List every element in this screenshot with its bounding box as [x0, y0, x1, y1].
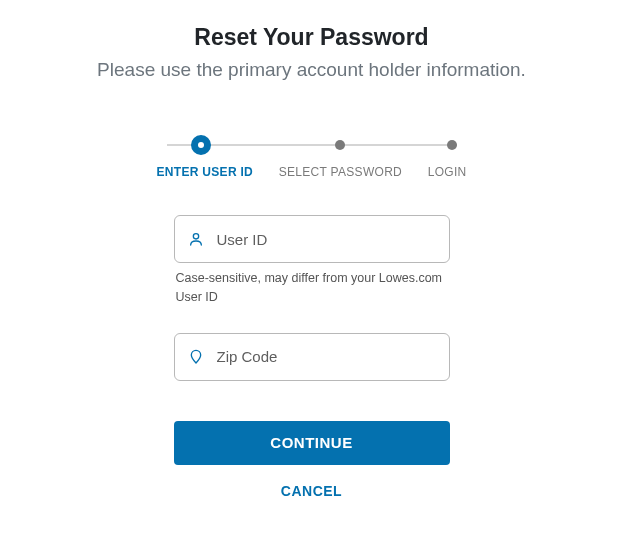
- user-id-field-wrap: [174, 215, 450, 263]
- page-title: Reset Your Password: [194, 24, 428, 51]
- step-label: SELECT PASSWORD: [279, 165, 402, 179]
- reset-password-page: Reset Your Password Please use the prima…: [0, 24, 623, 503]
- step-label: LOGIN: [428, 165, 467, 179]
- step-enter-user-id: ENTER USER ID: [157, 135, 254, 179]
- step-label: ENTER USER ID: [157, 165, 254, 179]
- zip-code-input[interactable]: [174, 333, 450, 381]
- step-dot: [447, 140, 457, 150]
- page-subtitle: Please use the primary account holder in…: [97, 59, 526, 81]
- step-dot: [335, 140, 345, 150]
- cancel-button[interactable]: CANCEL: [174, 479, 450, 503]
- step-dot-active: [191, 135, 211, 155]
- user-id-helper: Case-sensitive, may differ from your Low…: [174, 269, 450, 307]
- user-id-input[interactable]: [174, 215, 450, 263]
- reset-form: Case-sensitive, may differ from your Low…: [174, 215, 450, 503]
- step-login: LOGIN: [428, 135, 467, 179]
- progress-stepper: ENTER USER ID SELECT PASSWORD LOGIN: [157, 135, 467, 179]
- step-select-password: SELECT PASSWORD: [279, 135, 402, 179]
- zip-code-field-wrap: [174, 333, 450, 381]
- continue-button[interactable]: CONTINUE: [174, 421, 450, 465]
